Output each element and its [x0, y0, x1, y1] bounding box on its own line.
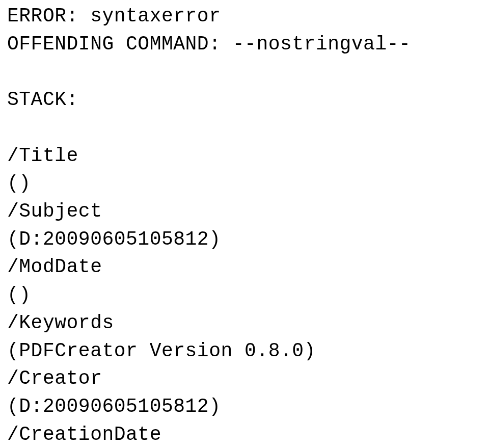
- stack-entry-keywords: /Keywords: [7, 309, 482, 337]
- blank-line: [7, 114, 482, 142]
- offending-command-line: OFFENDING COMMAND: --nostringval--: [7, 31, 482, 59]
- stack-entry-subject-value: (D:20090605105812): [7, 226, 482, 254]
- stack-entry-title: /Title: [7, 142, 482, 170]
- stack-entry-moddate: /ModDate: [7, 253, 482, 281]
- stack-header: STACK:: [7, 86, 482, 114]
- blank-line: [7, 58, 482, 86]
- stack-entry-subject: /Subject: [7, 198, 482, 226]
- stack-entry-title-value: (): [7, 170, 482, 198]
- stack-entry-moddate-value: (): [7, 281, 482, 309]
- stack-entry-keywords-value: (PDFCreator Version 0.8.0): [7, 337, 482, 365]
- stack-entry-creator-value: (D:20090605105812): [7, 393, 482, 421]
- error-line: ERROR: syntaxerror: [7, 3, 482, 31]
- stack-entry-creationdate: /CreationDate: [7, 421, 482, 448]
- stack-entry-creator: /Creator: [7, 365, 482, 393]
